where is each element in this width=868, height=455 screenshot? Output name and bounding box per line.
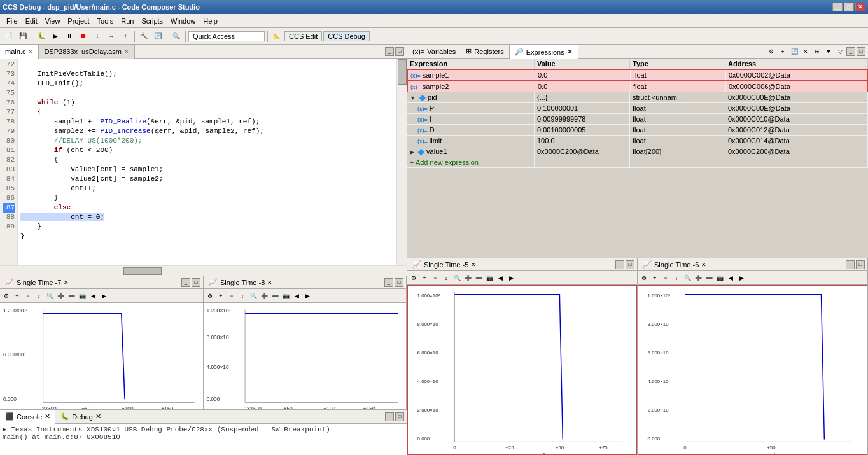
resume-btn[interactable]: ▶ (49, 30, 62, 43)
close-button[interactable]: ✕ (855, 3, 865, 11)
menu-scripts[interactable]: Scripts (137, 16, 167, 26)
chart-8-tb-btn9[interactable]: ◀ (291, 291, 302, 301)
row-add-expression[interactable]: + Add new expression (407, 157, 868, 168)
expr-max[interactable]: □ (857, 47, 865, 56)
expr-min[interactable]: _ (846, 47, 855, 56)
chart-7-max[interactable]: □ (192, 278, 200, 287)
tab-variables[interactable]: (x)= Variables (407, 45, 461, 59)
window-controls[interactable]: _ □ ✕ (832, 3, 865, 11)
build-btn[interactable]: 🔨 (137, 30, 150, 43)
row-sample2[interactable]: (x)= sample2 0.0 float 0x0000C006@Data (407, 81, 868, 92)
chart-8-tb-btn8[interactable]: 📷 (281, 291, 291, 301)
step-into-btn[interactable]: ↓ (91, 30, 104, 43)
save-btn[interactable]: 💾 (17, 30, 29, 43)
chart-5-tb-2[interactable]: + (419, 273, 430, 283)
debug-btn[interactable]: 🐛 (35, 30, 48, 43)
chart-6-tb-5[interactable]: 🔍 (682, 273, 692, 283)
row-p[interactable]: (x)= P 0.100000001 float 0x0000C00E@Data (407, 103, 868, 114)
expr-tb-2[interactable]: + (778, 46, 788, 57)
row-i[interactable]: (x)= I 0.00999999978 float 0x0000C010@Da… (407, 114, 868, 125)
chart-8-tb-btn6[interactable]: ➕ (259, 291, 269, 301)
menu-view[interactable]: View (41, 16, 64, 26)
chart-7-tb-btn1[interactable]: ⚙ (1, 291, 11, 301)
tab-delay-asm[interactable]: DSP2833x_usDelay.asm ✕ (39, 45, 134, 59)
search-btn[interactable]: 🔍 (170, 30, 183, 43)
expressions-close[interactable]: ✕ (567, 48, 573, 56)
chart-5-tb-7[interactable]: ➖ (473, 273, 484, 283)
chart-5-tab[interactable]: 📈 Single Time -5 ✕ (407, 258, 481, 271)
chart-5-max[interactable]: □ (626, 260, 634, 269)
chart-5-tb-4[interactable]: ↕ (441, 273, 451, 283)
console-max[interactable]: □ (395, 412, 404, 421)
chart-6-tb-3[interactable]: ≡ (661, 273, 671, 283)
chart-8-tab-close[interactable]: ✕ (267, 279, 272, 286)
tab-main-c-close[interactable]: ✕ (28, 48, 33, 55)
chart-5-tb-3[interactable]: ≡ (430, 273, 440, 283)
chart-7-tb-btn9[interactable]: ◀ (88, 291, 98, 301)
quick-access-field[interactable]: Quick Access (188, 31, 265, 41)
chart-7-tb-btn6[interactable]: ➕ (55, 291, 66, 301)
chart-7-tab[interactable]: 📈 Single Time -7 ✕ (0, 276, 74, 289)
chart-6-tb-7[interactable]: ➖ (704, 273, 714, 283)
menu-run[interactable]: Run (117, 16, 137, 26)
menu-tools[interactable]: Tools (94, 16, 118, 26)
chart-7-tb-btn10[interactable]: ▶ (99, 291, 109, 301)
new-btn[interactable]: 📄 (3, 30, 15, 43)
console-close[interactable]: ✕ (45, 412, 50, 421)
step-return-btn[interactable]: ↑ (119, 30, 132, 43)
chart-7-tb-btn4[interactable]: ↕ (34, 291, 44, 301)
chart-6-tb-4[interactable]: ↕ (671, 273, 682, 283)
chart-6-tab[interactable]: 📈 Single Time -6 ✕ (638, 258, 711, 271)
row-value1[interactable]: ▶ 🔷 value1 0x0000C200@Data float[200] 0x… (407, 146, 868, 157)
chart-5-tb-8[interactable]: 📷 (484, 273, 494, 283)
chart-8-min[interactable]: _ (384, 278, 393, 287)
expr-tb-more[interactable]: ▼ (823, 46, 834, 57)
row-sample1[interactable]: (x)= sample1 0.0 float 0x0000C002@Data (407, 69, 868, 81)
code-scrollbar-thumb[interactable] (398, 59, 407, 85)
step-over-btn[interactable]: → (105, 30, 118, 43)
chart-7-min[interactable]: _ (181, 278, 190, 287)
code-hscrollbar[interactable] (0, 265, 407, 276)
expr-tb-min[interactable]: ▽ (835, 46, 845, 57)
perspective-btn[interactable]: 📐 (270, 30, 283, 43)
chart-7-tb-btn3[interactable]: ≡ (23, 291, 33, 301)
tab-main-c[interactable]: main.c ✕ (0, 45, 39, 59)
row-pid[interactable]: ▼ 🔷 pid {...} struct <unnam... 0x0000C00… (407, 92, 868, 103)
row-d[interactable]: (x)= D 0.00100000005 float 0x0000C012@Da… (407, 125, 868, 136)
expr-tb-clear[interactable]: ⊗ (812, 46, 822, 57)
expr-tb-refresh[interactable]: 🔄 (789, 46, 799, 57)
refresh-btn[interactable]: 🔄 (151, 30, 164, 43)
chart-8-tb-btn2[interactable]: + (216, 291, 226, 301)
chart-7-tab-close[interactable]: ✕ (64, 279, 69, 286)
editor-max-btn[interactable]: □ (395, 47, 404, 56)
chart-6-max[interactable]: □ (856, 260, 865, 269)
expr-tb-1[interactable]: ⚙ (766, 46, 776, 57)
editor-min-btn[interactable]: _ (385, 47, 394, 56)
code-vscrollbar[interactable] (396, 59, 407, 265)
console-tab[interactable]: ⬛ Console ✕ (0, 410, 55, 424)
tab-expressions[interactable]: 🔎 Expressions ✕ (509, 45, 578, 59)
menu-project[interactable]: Project (64, 16, 93, 26)
chart-5-tb-6[interactable]: ➕ (463, 273, 473, 283)
console-min[interactable]: _ (385, 412, 394, 421)
chart-8-max[interactable]: □ (395, 278, 403, 287)
chart-7-tb-btn7[interactable]: ➖ (66, 291, 76, 301)
chart-7-tb-btn5[interactable]: 🔍 (45, 291, 55, 301)
maximize-button[interactable]: □ (844, 3, 854, 11)
chart-8-tab[interactable]: 📈 Single Time -8 ✕ (204, 276, 277, 289)
chart-6-tb-6[interactable]: ➕ (693, 273, 703, 283)
chart-5-min[interactable]: _ (615, 260, 624, 269)
chart-7-tb-btn8[interactable]: 📷 (77, 291, 87, 301)
chart-8-tb-btn1[interactable]: ⚙ (205, 291, 215, 301)
expr-tb-delete[interactable]: ✕ (801, 46, 811, 57)
ccs-debug-button[interactable]: CCS Debug (323, 31, 370, 41)
chart-5-tb-5[interactable]: 🔍 (452, 273, 462, 283)
chart-7-tb-btn2[interactable]: + (12, 291, 22, 301)
chart-5-tb-9[interactable]: ◀ (495, 273, 505, 283)
chart-6-tb-2[interactable]: + (650, 273, 660, 283)
chart-8-tb-btn3[interactable]: ≡ (227, 291, 237, 301)
debug-tab-close[interactable]: ✕ (95, 412, 101, 421)
chart-6-tb-1[interactable]: ⚙ (639, 273, 649, 283)
menu-edit[interactable]: Edit (22, 16, 41, 26)
tab-registers[interactable]: ⊞ Registers (461, 45, 508, 59)
